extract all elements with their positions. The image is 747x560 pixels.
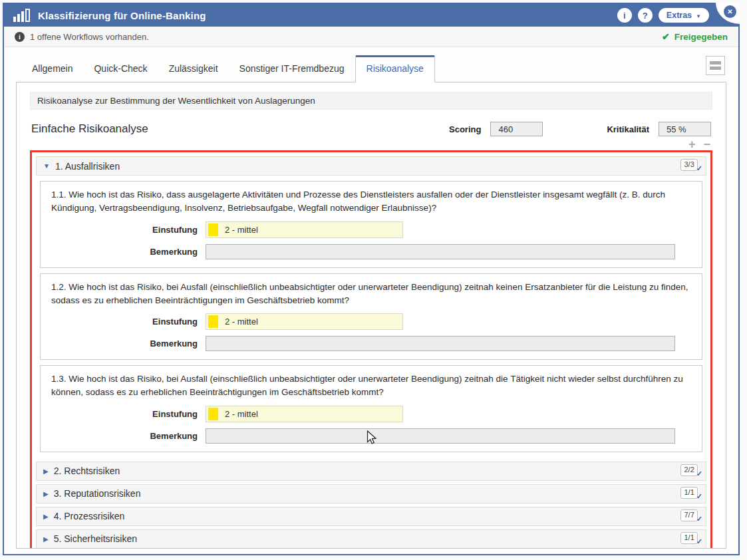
risikoanalyse-panel: Risikoanalyse zur Bestimmung der Wesentl…	[16, 82, 726, 549]
caret-right-icon: ▶	[43, 468, 49, 475]
tab-quick-check[interactable]: Quick-Check	[83, 56, 158, 82]
question-card-1-1: 1.1. Wie hoch ist das Risiko, dass ausge…	[40, 181, 702, 268]
collapse-all-icon[interactable]: −	[703, 140, 710, 150]
titlebar: Klassifizierung für Online-Banking i ? E…	[4, 4, 738, 27]
scoring-field[interactable]	[490, 122, 543, 136]
classification-dialog: Klassifizierung für Online-Banking i ? E…	[3, 3, 740, 555]
einstufung-select[interactable]: 2 - mittel	[206, 406, 403, 422]
risk-group-title: 1. Ausfallrisiken	[55, 161, 120, 172]
einstufung-select[interactable]: 2 - mittel	[206, 221, 403, 238]
analysis-heading: Einfache Risikoanalyse	[31, 122, 148, 136]
risk-group-title: 3. Reputationsrisiken	[54, 488, 141, 499]
badge-check-icon: ✓	[696, 164, 702, 173]
risk-group-header-rechtsrisiken[interactable]: ▶ 2. Rechtsrisiken 2/2 ✓	[36, 462, 706, 481]
tab-strip: Allgemein Quick-Check Zulässigkeit Sonst…	[4, 47, 738, 82]
tab-allgemein[interactable]: Allgemein	[21, 56, 83, 82]
tab-risikoanalyse[interactable]: Risikoanalyse	[355, 55, 435, 82]
rating-color-chip	[208, 315, 218, 328]
extras-label: Extras	[667, 11, 692, 20]
einstufung-value: 2 - mittel	[218, 409, 258, 419]
check-icon: ✔	[662, 31, 670, 42]
risk-group-title: 5. Sicherheitsrisiken	[54, 533, 137, 544]
badge-check-icon: ✓	[696, 470, 702, 478]
close-icon[interactable]: ✕	[724, 5, 736, 18]
bemerkung-label: Bemerkung	[51, 339, 206, 349]
highlight-box: ▼ 1. Ausfallrisiken 3/3 ✓ 1.1. Wie hoch …	[30, 150, 712, 549]
info-icon[interactable]: i	[617, 8, 632, 23]
question-text: 1.1. Wie hoch ist das Risiko, dass ausge…	[51, 188, 691, 215]
bemerkung-input[interactable]	[206, 336, 675, 351]
badge-check-icon: ✓	[696, 492, 702, 501]
section-title: Risikoanalyse zur Bestimmung der Wesentl…	[30, 92, 712, 110]
einstufung-label: Einstufung	[51, 225, 206, 235]
chevron-down-icon: ▼	[696, 13, 701, 19]
tab-zulaessigkeit[interactable]: Zulässigkeit	[158, 56, 229, 82]
badge-check-icon: ✓	[696, 515, 702, 523]
einstufung-value: 2 - mittel	[218, 317, 258, 327]
caret-down-icon: ▼	[43, 162, 50, 170]
release-status-label: Freigegeben	[674, 32, 728, 42]
progress-badge: 2/2	[680, 464, 697, 476]
progress-badge: 1/1	[680, 532, 697, 544]
release-status: ✔ Freigegeben	[662, 31, 728, 42]
risk-group-header-prozessrisiken[interactable]: ▶ 4. Prozessrisiken 7/7 ✓	[36, 507, 706, 526]
kritikalitaet-field[interactable]	[659, 122, 711, 136]
bemerkung-input[interactable]	[206, 428, 675, 444]
progress-badge: 1/1	[680, 487, 697, 499]
caret-right-icon: ▶	[43, 490, 49, 497]
workflow-info-icon: i	[15, 32, 25, 42]
tab-sonstiger-it-fremdbezug[interactable]: Sonstiger IT-Fremdbezug	[229, 56, 355, 82]
risk-group-header-sicherheitsrisiken[interactable]: ▶ 5. Sicherheitsrisiken 1/1 ✓	[36, 529, 706, 549]
einstufung-label: Einstufung	[51, 409, 206, 419]
caret-right-icon: ▶	[43, 535, 49, 543]
window-title: Klassifizierung für Online-Banking	[38, 10, 206, 21]
progress-badge: 7/7	[680, 509, 697, 521]
risk-group-title: 2. Rechtsrisiken	[54, 466, 120, 476]
bemerkung-input[interactable]	[206, 244, 675, 259]
badge-check-icon: ✓	[696, 537, 702, 546]
risk-group-header-ausfallrisiken[interactable]: ▼ 1. Ausfallrisiken 3/3 ✓	[36, 156, 706, 176]
question-card-1-2: 1.2. Wie hoch ist das Risiko, bei Ausfal…	[40, 273, 702, 360]
question-card-1-3: 1.3. Wie hoch ist das Risiko, bei Ausfal…	[40, 365, 702, 452]
workflow-status-text: 1 offene Workflows vorhanden.	[30, 32, 149, 42]
bemerkung-label: Bemerkung	[51, 431, 206, 441]
scoring-label: Scoring	[449, 124, 481, 134]
caret-right-icon: ▶	[43, 513, 49, 520]
risk-group-title: 4. Prozessrisiken	[54, 511, 125, 521]
einstufung-label: Einstufung	[51, 317, 206, 327]
einstufung-value: 2 - mittel	[218, 225, 258, 235]
help-icon[interactable]: ?	[638, 8, 653, 23]
kritikalitaet-label: Kritikalität	[607, 124, 649, 134]
status-bar: i 1 offene Workflows vorhanden. ✔ Freige…	[4, 27, 738, 47]
risk-group-body: 1.1. Wie hoch ist das Risiko, dass ausge…	[36, 181, 706, 458]
bar-chart-icon	[13, 9, 30, 22]
expand-all-icon[interactable]: +	[688, 140, 696, 150]
rating-color-chip	[208, 408, 218, 420]
bemerkung-label: Bemerkung	[51, 247, 206, 257]
einstufung-select[interactable]: 2 - mittel	[206, 313, 403, 330]
extras-button[interactable]: Extras ▼	[659, 8, 709, 23]
rating-color-chip	[208, 223, 218, 236]
risk-group-header-reputationsrisiken[interactable]: ▶ 3. Reputationsrisiken 1/1 ✓	[36, 484, 706, 503]
progress-badge: 3/3	[680, 159, 697, 171]
question-text: 1.2. Wie hoch ist das Risiko, bei Ausfal…	[51, 281, 691, 308]
question-text: 1.3. Wie hoch ist das Risiko, bei Ausfal…	[51, 372, 691, 400]
